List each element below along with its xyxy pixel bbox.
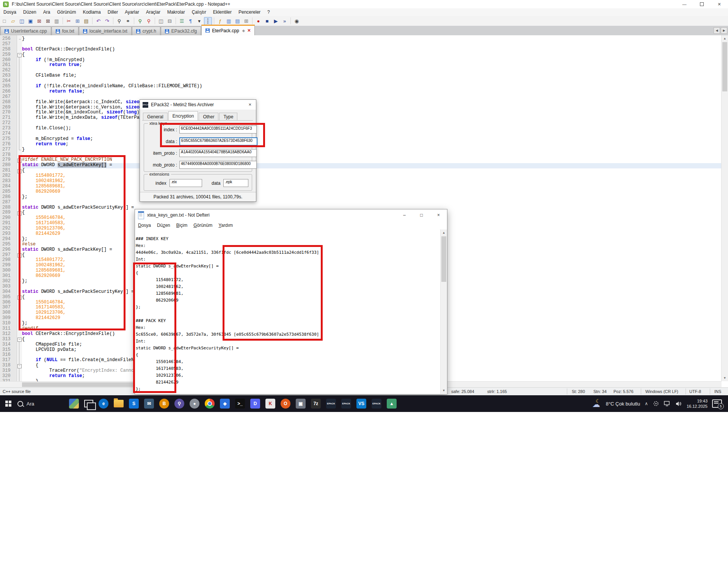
tab-fox-txt[interactable]: fox.txt	[52, 27, 78, 35]
notepad-minimize-button[interactable]: –	[396, 209, 413, 221]
notepad-scroll-up-icon[interactable]: ▲	[441, 229, 447, 236]
fold-collapse-icon[interactable]: −	[17, 364, 22, 368]
ext-data-field[interactable]: .epk	[223, 179, 248, 187]
tab-scroll-right-icon[interactable]: ▶	[721, 27, 727, 34]
taskbar-beer-app-icon[interactable]: B	[159, 399, 169, 409]
stop-macro-icon[interactable]: ■	[263, 17, 271, 25]
show-symbols-icon[interactable]: ¶	[187, 17, 195, 25]
menu-item-aralar[interactable]: Araçlar	[143, 8, 164, 16]
undo-icon[interactable]: ↶	[94, 17, 102, 25]
menu-item-altr[interactable]: Çalıştır	[188, 8, 210, 16]
minimize-button[interactable]: —	[676, 0, 693, 8]
tab-close-icon[interactable]: ✕	[247, 28, 251, 33]
menu-item-ara[interactable]: Ara	[40, 8, 54, 16]
taskbar-store-icon[interactable]: S	[129, 399, 139, 409]
sync-vertical-icon[interactable]: ◫	[157, 17, 165, 25]
editor-vscroll-thumb[interactable]	[722, 42, 727, 91]
menu-item-?[interactable]: ?	[264, 8, 273, 16]
taskbar-blue-app-icon[interactable]: ◈	[220, 399, 230, 409]
scroll-up-icon[interactable]: ▲	[722, 35, 728, 42]
taskbar-search[interactable]: Ara	[17, 395, 63, 412]
copy-icon[interactable]: ⊞	[74, 17, 82, 25]
play-macro-icon[interactable]: ▶	[272, 17, 280, 25]
notepad-vertical-scrollbar[interactable]: ▲ ▼	[440, 229, 447, 394]
taskbar-image-viewer-icon[interactable]: ▲	[387, 399, 397, 409]
scroll-down-icon[interactable]: ▼	[722, 375, 728, 381]
taskbar-gray-app-icon[interactable]: ▣	[296, 399, 306, 409]
taskbar-desktop-thumbnail-icon[interactable]	[69, 399, 79, 409]
editor-vertical-scrollbar[interactable]: ▲ ▼	[721, 35, 728, 381]
redo-icon[interactable]: ↷	[103, 17, 111, 25]
notepad-menu-dosya[interactable]: Dosya	[135, 223, 154, 228]
taskbar-mail-icon[interactable]: ✉	[144, 399, 154, 409]
dialog-tab-type[interactable]: Type	[219, 113, 237, 121]
field-mob_proto-input[interactable]: 467449000B4A0000B76E08009D186800	[179, 161, 257, 169]
restore-button[interactable]	[693, 0, 711, 8]
taskbar-7zip-icon[interactable]: 7z	[311, 399, 321, 409]
word-wrap-icon[interactable]: ☰	[178, 17, 186, 25]
tab-scroll-left-icon[interactable]: ◀	[714, 27, 720, 34]
tab-userinterface-cpp[interactable]: UserInterface.cpp	[0, 27, 51, 35]
taskbar-terminal-icon[interactable]: >_	[235, 399, 245, 409]
menu-item-diller[interactable]: Diller	[104, 8, 121, 16]
function-list-icon[interactable]: ƒ	[216, 17, 224, 25]
taskbar-epack-icon-2[interactable]: EPACK	[341, 399, 351, 409]
fold-collapse-icon[interactable]: −	[17, 338, 22, 342]
tray-network-icon[interactable]	[664, 400, 671, 407]
notepad-menu-grnm[interactable]: Görünüm	[190, 223, 215, 228]
doc-list-icon[interactable]: ▤	[234, 17, 242, 25]
menu-item-dosya[interactable]: Dosya	[0, 8, 20, 16]
notepad-maximize-button[interactable]: □	[413, 209, 430, 221]
taskbar-edge-icon[interactable]: e	[99, 399, 108, 409]
save-all-icon[interactable]: ▣	[27, 17, 35, 25]
taskbar-task-view-icon[interactable]	[84, 400, 93, 407]
doc-map-icon[interactable]: ▥	[225, 17, 233, 25]
new-file-icon[interactable]: □	[0, 17, 8, 25]
taskbar-weather[interactable]: ☾☁ 8°C Çok bulutlu	[592, 399, 640, 408]
menu-item-grnm[interactable]: Görünüm	[53, 8, 79, 16]
record-macro-icon[interactable]: ●	[254, 17, 262, 25]
print-icon[interactable]: ▥	[53, 17, 61, 25]
tab-eterpack-cpp[interactable]: EterPack.cpp◈✕	[201, 25, 255, 35]
taskbar-file-explorer-icon[interactable]	[114, 400, 124, 407]
save-icon[interactable]: ◫	[18, 17, 26, 25]
close-button[interactable]: ✕	[711, 0, 728, 8]
menu-item-makrolar[interactable]: Makrolar	[164, 8, 188, 16]
notepad-menu-yardm[interactable]: Yardım	[215, 223, 236, 228]
dialog-tab-general[interactable]: General	[143, 113, 168, 121]
zoom-in-icon[interactable]: ⚲	[136, 17, 144, 25]
start-button[interactable]	[0, 395, 17, 412]
menu-item-dzen[interactable]: Düzen	[20, 8, 40, 16]
menu-item-pencereler[interactable]: Pencereler	[235, 8, 264, 16]
run-macro-multiple-icon[interactable]: »	[281, 17, 289, 25]
close-all-icon[interactable]: ⊠	[44, 17, 52, 25]
tray-volume-icon[interactable]	[675, 400, 682, 407]
menu-item-ayarlar[interactable]: Ayarlar	[121, 8, 143, 16]
dialog-tab-encryption[interactable]: Encryption	[168, 111, 198, 121]
taskbar-chrome-icon[interactable]	[205, 399, 215, 409]
tray-capture-icon[interactable]	[653, 400, 659, 407]
notification-center-icon[interactable]: 5	[712, 399, 722, 408]
taskbar-search-tool-icon[interactable]: ⚲	[174, 399, 184, 409]
tab-epack32-cfg[interactable]: EPack32.cfg	[161, 27, 201, 35]
taskbar-vscode-icon[interactable]: VS	[356, 399, 366, 409]
doc-switcher-icon[interactable]: ⊞	[242, 17, 250, 25]
cut-icon[interactable]: ✂	[65, 17, 73, 25]
tab-crypt-h[interactable]: crypt.h	[132, 27, 160, 35]
tab-pin-icon[interactable]: ◈	[242, 28, 245, 33]
notepad-close-button[interactable]: ×	[430, 209, 447, 221]
taskbar-discord-app-icon[interactable]: D	[250, 399, 260, 409]
menu-item-eklentiler[interactable]: Eklentiler	[210, 8, 235, 16]
tab-locale-interface-txt[interactable]: locale_interface.txt	[79, 27, 132, 35]
epack32-close-icon[interactable]: ×	[248, 102, 251, 107]
zoom-out-icon[interactable]: ⚲	[145, 17, 153, 25]
menu-item-kodlama[interactable]: Kodlama	[79, 8, 104, 16]
fold-collapse-icon[interactable]: −	[17, 53, 22, 57]
sync-horizontal-icon[interactable]: ⊟	[166, 17, 174, 25]
symbols-dropdown-icon[interactable]: ▾	[195, 17, 203, 25]
view-eye-icon[interactable]: ◉	[293, 17, 301, 25]
taskbar-epack-icon-1[interactable]: EPACK	[326, 399, 336, 409]
notepad-menu-biim[interactable]: Biçim	[173, 223, 190, 228]
close-doc-icon[interactable]: ⊠	[35, 17, 43, 25]
taskbar-user-app-icon[interactable]: ●	[190, 399, 199, 409]
